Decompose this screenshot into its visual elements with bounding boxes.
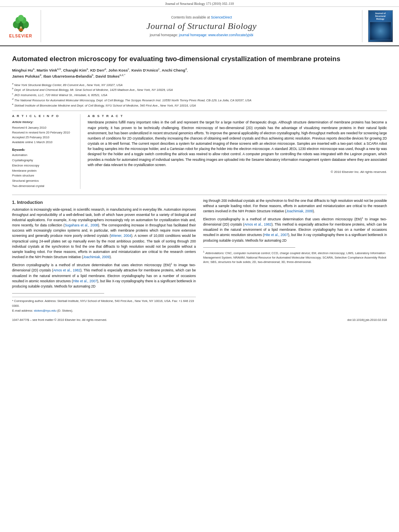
cover-title: Journal ofStructuralBiology [375, 12, 386, 21]
affiliation-b: b Dept. of Structural and Chemical Biolo… [12, 87, 387, 92]
footnote-ref-1-right: 1 [362, 217, 363, 219]
ref-hite-right[interactable]: Hite et al., 2007 [264, 233, 288, 237]
keyword-membrane-protein: Membrane protein [12, 168, 75, 174]
paper-body: Automated electron microscopy for evalua… [0, 46, 399, 330]
received-revised-date: Received in revised form 20 February 201… [12, 130, 75, 135]
journal-title: Journal of Structural Biology [146, 21, 257, 31]
corresponding-author-text: Corresponding author. Address: Skirball … [12, 299, 194, 308]
ref-wiener[interactable]: Wiener, 2004 [111, 234, 131, 238]
ref-hite[interactable]: Hite et al., 2007 [73, 279, 97, 283]
author-pulokas: James Pulokas [12, 74, 40, 78]
history-label: Article history: [12, 120, 75, 125]
journal-header: ELSEVIER Contents lists available at Sci… [0, 7, 399, 46]
author-vink: Martin Vink [37, 68, 57, 72]
available-online-date: Available online 1 March 2010 [12, 140, 75, 145]
intro-paragraph-2: Electron crystallography is a method of … [12, 262, 196, 289]
elsevier-logo-box: ELSEVIER [5, 10, 41, 42]
email-label: E-mail address: [12, 309, 33, 312]
article-title-text: Automated electron microscopy for evalua… [12, 55, 340, 63]
author-koss: John Koss [108, 68, 128, 72]
abbreviations-label: Abbreviations: CNC, computer numerical c… [203, 251, 386, 264]
homepage-url[interactable]: journal homepage: www.elsevier.com/locat… [179, 33, 253, 37]
intro-paragraph-1: Automation is increasingly wide-spread, … [12, 207, 196, 260]
right-paragraph-2: Electron crystallography is a method of … [203, 216, 387, 243]
affiliations: a New York Structural Biology Center, 89… [12, 82, 387, 108]
svg-rect-8 [19, 29, 23, 31]
keywords-label: Keywords: [12, 148, 75, 152]
ref-sugahara[interactable]: Sugahara et al., 2008 [65, 223, 98, 227]
introduction-heading: 1. Introduction [12, 200, 196, 205]
affiliation-e: e Skirball Institute of Biomolecular Med… [12, 103, 387, 108]
author-kim: Changki Kim [63, 68, 86, 72]
doi: doi:10.1016/j.jsb.2010.02.018 [348, 318, 387, 322]
cover-microscopy-image [370, 22, 391, 40]
article-title: Automated electron microscopy for evalua… [12, 54, 387, 64]
journal-top-bar: Journal of Structural Biology 171 (2010)… [0, 0, 399, 7]
divider-2 [12, 195, 387, 195]
keywords-section: Keywords: Automation Crystallography Ele… [12, 148, 75, 189]
copyright-line: © 2010 Elsevier Inc. All rights reserved… [88, 170, 387, 174]
section-title: Introduction [17, 200, 43, 205]
article-info-label: A R T I C L E I N F O [12, 114, 75, 118]
keyword-automation: Automation [12, 153, 75, 158]
footnote-divider-right [203, 247, 295, 248]
svg-point-7 [20, 26, 22, 28]
elsevier-brand-text: ELSEVIER [9, 34, 32, 38]
abstract-label: A B S T R A C T [88, 114, 387, 118]
article-info-abstract-section: A R T I C L E I N F O Article history: R… [12, 114, 387, 189]
affiliation-d: d The National Resource for Automated Mo… [12, 97, 387, 103]
sciencedirect-line: Contents lists available at ScienceDirec… [171, 15, 232, 19]
author-stokes: David Stokes [95, 74, 119, 78]
ref-joachimiak[interactable]: Joachimiak, 2009 [83, 255, 109, 259]
divider-1 [12, 111, 387, 111]
journal-homepage: journal homepage: journal homepage: www.… [150, 33, 253, 37]
article-history: Article history: Received 6 January 2010… [12, 120, 75, 145]
affiliation-a: a New York Structural Biology Center, 89… [12, 82, 387, 87]
keyword-structural-genomics: Structural genomics [12, 179, 75, 184]
author-ubarretxena: Iban Ubarretxena-Belandia [43, 74, 92, 78]
sciencedirect-link[interactable]: ScienceDirect [211, 15, 232, 19]
footnote-number: 1 [203, 251, 204, 253]
footnote-divider [12, 293, 104, 294]
ref-amos-right[interactable]: Amos et al., 1982 [244, 222, 271, 226]
keyword-protein-structure: Protein structure [12, 173, 75, 179]
footnote-abbreviations: 1 Abbreviations: CNC, computer numerical… [203, 250, 387, 264]
svg-point-6 [18, 14, 23, 21]
elsevier-tree-icon [9, 14, 33, 33]
issn-rights: 1047-8477/$ – see front matter © 2010 El… [12, 318, 107, 322]
keyword-2d-crystal: Two-dimensional crystal [12, 184, 75, 189]
keyword-crystallography: Crystallography [12, 158, 75, 163]
journal-citation: Journal of Structural Biology 171 (2010)… [165, 2, 234, 6]
content-right-col: ing through 200 individual crystals at t… [203, 198, 387, 313]
journal-cover-box: Journal ofStructuralBiology [362, 10, 394, 42]
keyword-electron-microscopy: Electron microscopy [12, 163, 75, 168]
journal-cover-image: Journal ofStructuralBiology [368, 10, 393, 42]
ref-joachimiak-right[interactable]: Joachimiak, 2009 [286, 209, 313, 213]
abstract-col: A B S T R A C T Membrane proteins fulfil… [88, 114, 387, 189]
keywords-list: Automation Crystallography Electron micr… [12, 153, 75, 189]
corresponding-email[interactable]: stokes@nyu.edu [34, 309, 56, 312]
section-number: 1. [12, 200, 17, 205]
author-hu: Minghui Hu [12, 68, 33, 72]
journal-center: Contents lists available at ScienceDirec… [45, 10, 358, 42]
received-date: Received 6 January 2010 [12, 125, 75, 130]
email-person: (D. Stokes). [57, 309, 73, 312]
authors-line: Minghui Hua, Martin Vinka,b, Changki Kim… [12, 67, 387, 80]
contents-available-text: Contents lists available at [171, 15, 210, 19]
footnote-ref-1: 1 [171, 263, 172, 265]
content-left-col: 1. Introduction Automation is increasing… [12, 198, 196, 313]
author-damico: Kevin D'Amico [132, 68, 158, 72]
bottom-bar: 1047-8477/$ – see front matter © 2010 El… [12, 318, 387, 322]
abstract-text: Membrane proteins fulfill many important… [88, 120, 387, 168]
affiliation-c: c JKD Instruments, LLC, 720 West Walnut … [12, 92, 387, 97]
right-paragraph-1: ing through 200 individual crystals at t… [203, 198, 387, 214]
homepage-label: journal homepage: [150, 33, 179, 37]
accepted-date: Accepted 25 February 2010 [12, 135, 75, 140]
article-info-col: A R T I C L E I N F O Article history: R… [12, 114, 80, 189]
author-cheng: Anchi Cheng [162, 68, 185, 72]
main-content: 1. Introduction Automation is increasing… [12, 198, 387, 313]
corresponding-author-note: * Corresponding author. Address: Skirbal… [12, 297, 196, 313]
ref-amos[interactable]: Amos et al., 1982 [53, 268, 80, 272]
author-derr: KD Derr [90, 68, 105, 72]
